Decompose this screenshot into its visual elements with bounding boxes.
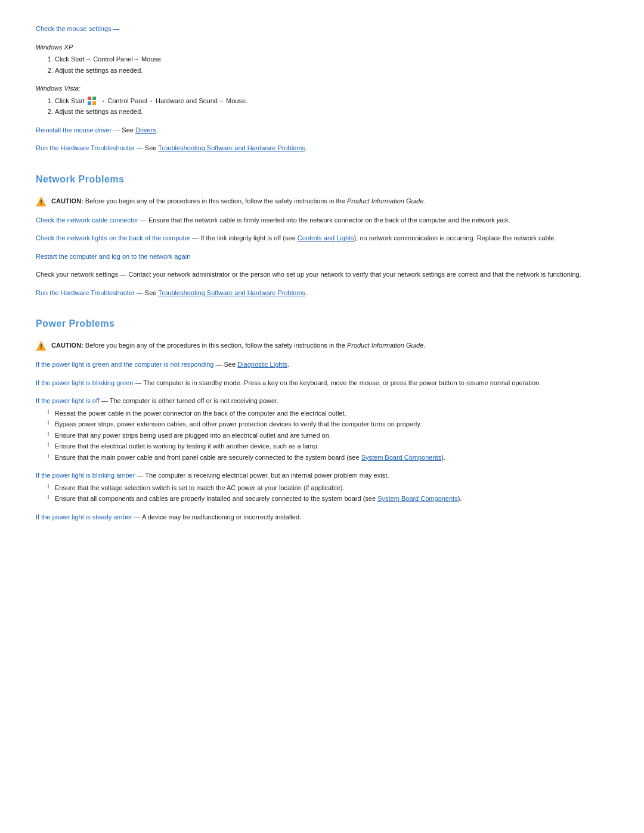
drivers-link[interactable]: Drivers	[135, 126, 156, 134]
troubleshooting-software-hardware-link-mouse[interactable]: Troubleshooting Software and Hardware Pr…	[158, 144, 305, 151]
power-light-steady-amber-item: If the power light is steady amber — A d…	[36, 512, 608, 522]
windows-xp-step-1: Click Start→ Control Panel→ Mouse.	[55, 54, 608, 64]
system-board-components-link-1[interactable]: System Board Components	[361, 454, 442, 461]
reinstall-see-text: See	[122, 126, 135, 134]
caution-icon-power: !	[36, 340, 47, 351]
mouse-settings-section: Check the mouse settings — Windows XP Cl…	[36, 24, 608, 117]
caution-icon: !	[36, 196, 47, 207]
power-light-blinking-amber-body: The computer is receiving electrical pow…	[145, 472, 389, 479]
power-light-off-bullets: Reseat the power cable in the power conn…	[48, 408, 608, 463]
product-info-guide-network: Product Information Guide	[347, 197, 423, 205]
network-problems-section: Network Problems ! CAUTION: Before you b…	[36, 172, 608, 298]
check-mouse-settings-item: Check the mouse settings —	[36, 24, 608, 34]
check-network-lights-link[interactable]: Check the network lights on the back of …	[36, 234, 190, 241]
power-light-steady-amber-link[interactable]: If the power light is steady amber	[36, 513, 132, 521]
svg-rect-1	[92, 97, 96, 100]
check-mouse-settings-link[interactable]: Check the mouse settings —	[36, 25, 120, 32]
check-network-lights-body: If the link integrity light is off (see …	[200, 234, 556, 241]
check-network-settings-item: Check your network settings — Contact yo…	[36, 270, 608, 280]
run-hardware-see-text: See	[145, 144, 158, 151]
run-hardware-troubleshooter-mouse-link[interactable]: Run the Hardware Troubleshooter —	[36, 144, 143, 151]
svg-text:!: !	[40, 343, 42, 350]
check-network-cable-item: Check the network cable connector — Ensu…	[36, 215, 608, 225]
network-caution-box: ! CAUTION: Before you begin any of the p…	[36, 196, 608, 207]
check-network-cable-link[interactable]: Check the network cable connector	[36, 216, 138, 224]
product-info-guide-power: Product Information Guide	[347, 342, 423, 349]
controls-and-lights-link[interactable]: Controls and Lights	[298, 234, 354, 241]
power-light-green-item: If the power light is green and the comp…	[36, 360, 608, 370]
windows-vista-steps: Click Start → Control Panel→ Hardware an…	[55, 96, 608, 117]
power-light-blinking-amber-item: If the power light is blinking amber — T…	[36, 470, 608, 504]
windows-logo-icon	[88, 97, 96, 105]
windows-vista-subsection: Windows Vista: Click Start → Control Pan…	[36, 83, 608, 117]
power-light-green-link[interactable]: If the power light is green and the comp…	[36, 361, 213, 368]
bullet-voltage-selection: Ensure that the voltage selection switch…	[48, 483, 608, 493]
svg-text:!: !	[40, 199, 42, 206]
system-board-components-link-2[interactable]: System Board Components	[377, 495, 458, 502]
run-hardware-troubleshooter-network-link[interactable]: Run the Hardware Troubleshooter —	[36, 289, 143, 296]
network-problems-heading: Network Problems	[36, 172, 608, 187]
troubleshooting-software-hardware-link-network[interactable]: Troubleshooting Software and Hardware Pr…	[158, 289, 305, 296]
windows-vista-label: Windows Vista:	[36, 83, 608, 94]
bullet-power-strips-outlet: Ensure that any power strips being used …	[48, 431, 608, 441]
power-light-blinking-green-body: The computer is in standby mode. Press a…	[143, 379, 541, 386]
network-caution-text: CAUTION: Before you begin any of the pro…	[51, 196, 425, 206]
power-light-blinking-amber-bullets: Ensure that the voltage selection switch…	[48, 483, 608, 504]
bullet-bypass-power-strips: Bypass power strips, power extension cab…	[48, 419, 608, 429]
bullet-main-power-cable: Ensure that the main power cable and fro…	[48, 453, 608, 463]
power-light-steady-amber-body: A device may be malfunctioning or incorr…	[142, 513, 301, 521]
power-problems-section: Power Problems ! CAUTION: Before you beg…	[36, 317, 608, 522]
power-light-off-link[interactable]: If the power light is off	[36, 397, 100, 404]
check-network-cable-body: Ensure that the network cable is firmly …	[148, 216, 510, 224]
reinstall-mouse-driver-link[interactable]: Reinstall the mouse driver —	[36, 126, 120, 134]
power-light-blinking-green-link[interactable]: If the power light is blinking green	[36, 379, 133, 386]
restart-computer-item: Restart the computer and log on to the n…	[36, 252, 608, 262]
power-light-green-body: See Diagnostic Lights.	[224, 361, 289, 368]
check-network-settings-text: Check your network settings	[36, 271, 118, 278]
bullet-components-cables: Ensure that all components and cables ar…	[48, 494, 608, 504]
bullet-reseat-power-cable: Reseat the power cable in the power conn…	[48, 408, 608, 419]
windows-vista-step-1: Click Start → Control Panel→ Hardware an…	[55, 96, 608, 106]
diagnostic-lights-link[interactable]: Diagnostic Lights	[237, 361, 287, 368]
power-light-off-item: If the power light is off — The computer…	[36, 396, 608, 462]
power-caution-box: ! CAUTION: Before you begin any of the p…	[36, 340, 608, 351]
svg-rect-0	[88, 97, 91, 100]
run-hardware-troubleshooter-mouse-item: Run the Hardware Troubleshooter — See Tr…	[36, 143, 608, 153]
windows-xp-subsection: Windows XP Click Start→ Control Panel→ M…	[36, 42, 608, 76]
run-hardware-troubleshooter-network-item: Run the Hardware Troubleshooter — See Tr…	[36, 288, 608, 298]
windows-xp-label: Windows XP	[36, 42, 608, 52]
restart-computer-link[interactable]: Restart the computer and log on to the n…	[36, 253, 190, 260]
power-light-blinking-green-item: If the power light is blinking green — T…	[36, 378, 608, 388]
power-light-blinking-amber-link[interactable]: If the power light is blinking amber	[36, 472, 135, 479]
windows-xp-steps: Click Start→ Control Panel→ Mouse. Adjus…	[55, 54, 608, 75]
bullet-electrical-outlet: Ensure that the electrical outlet is wor…	[48, 441, 608, 451]
check-network-lights-item: Check the network lights on the back of …	[36, 233, 608, 243]
power-problems-heading: Power Problems	[36, 317, 608, 331]
check-network-settings-body: Contact your network administrator or th…	[128, 271, 581, 278]
svg-rect-3	[92, 101, 96, 105]
power-caution-text: CAUTION: Before you begin any of the pro…	[51, 340, 425, 351]
windows-xp-step-2: Adjust the settings as needed.	[55, 66, 608, 76]
svg-rect-2	[88, 101, 91, 105]
power-light-off-body: The computer is either turned off or is …	[110, 397, 279, 404]
reinstall-mouse-driver-item: Reinstall the mouse driver — See Drivers…	[36, 125, 608, 135]
windows-vista-step-2: Adjust the settings as needed.	[55, 107, 608, 117]
